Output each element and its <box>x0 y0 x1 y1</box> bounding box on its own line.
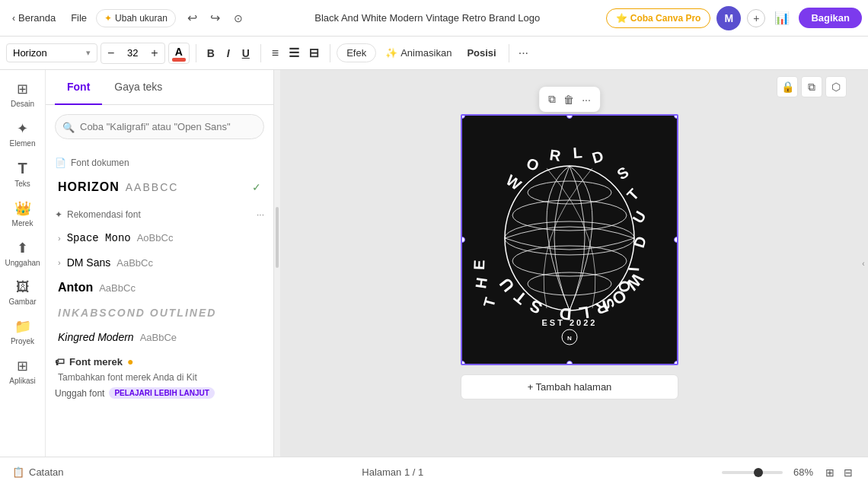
sidebar-item-unggahan[interactable]: ⬆ Unggahan <box>3 235 43 272</box>
more-options-button[interactable]: ··· <box>515 43 531 63</box>
sparkle-icon: ✨ <box>385 47 397 59</box>
font-panel: Font Gaya teks 🔍 📄 Font dokumen HORIZON … <box>46 70 274 457</box>
handle-middle-left[interactable] <box>461 237 465 243</box>
sync-button[interactable]: ⊙ <box>228 8 249 29</box>
file-button[interactable]: File <box>65 9 93 27</box>
svg-text:N: N <box>567 335 572 342</box>
scrollbar-thumb <box>276 207 279 268</box>
handle-bottom-middle[interactable] <box>566 361 573 365</box>
font-panel-scrollbar[interactable] <box>274 70 280 457</box>
svg-point-1 <box>528 181 611 204</box>
font-search-input[interactable] <box>55 114 264 139</box>
desain-label: Desain <box>11 100 34 108</box>
font-list-scroll: 📄 Font dokumen HORIZON AABBCC ✓ ✦ Rekome… <box>46 148 273 457</box>
sidebar-item-teks[interactable]: T Teks <box>3 155 43 193</box>
expand-icon[interactable]: ⬡ <box>825 76 847 97</box>
redo-button[interactable]: ↪ <box>205 8 226 29</box>
underline-button[interactable]: U <box>238 44 254 62</box>
font-item-horizon[interactable]: HORIZON AABBCC ✓ <box>55 174 264 200</box>
sidebar-item-elemen[interactable]: ✦ Elemen <box>3 116 43 152</box>
efek-button[interactable]: Efek <box>337 43 376 62</box>
notes-button[interactable]: 📋 Catatan <box>12 466 64 478</box>
text-color-button[interactable]: A <box>168 43 190 64</box>
efek-label: Efek <box>346 47 366 59</box>
list-view-button[interactable]: ⊟ <box>841 463 856 482</box>
user-avatar[interactable]: M <box>716 6 741 30</box>
lock-icon[interactable]: 🔒 <box>777 76 798 97</box>
posisi-button[interactable]: Posisi <box>461 44 502 62</box>
unggah-font-label[interactable]: Unggah font <box>55 388 104 399</box>
space-mono-sample: AoBbCc <box>137 232 174 244</box>
add-page-label: + Tambah halaman <box>528 381 612 393</box>
brand-font-section: 🏷 Font merek ● Tambahkan font merek Anda… <box>55 355 264 399</box>
topbar: ‹ Beranda File ✦ Ubah ukuran ↩ ↪ ⊙ Black… <box>0 0 868 37</box>
undo-button[interactable]: ↩ <box>182 8 203 29</box>
sidebar-item-desain[interactable]: ⊞ Desain <box>3 76 43 113</box>
canvas-design[interactable]: ↻ <box>461 114 678 365</box>
italic-button[interactable]: I <box>222 44 235 62</box>
animasikan-button[interactable]: ✨ Animasikan <box>379 44 458 62</box>
brand-fonts-label: Font merek <box>69 356 123 368</box>
right-panel-toggle[interactable]: ‹ <box>859 70 868 457</box>
floating-toolbar: ⧉ 🗑 ··· <box>539 87 600 112</box>
font-size-value: 32 <box>122 44 143 62</box>
font-item-dm-sans[interactable]: › DM Sans AaBbCc <box>55 250 264 275</box>
align-group: ≡ ☰ ⊟ <box>267 43 324 63</box>
canvas-wrapper: ⧉ 🗑 ··· ↻ <box>461 114 678 365</box>
zoom-slider[interactable] <box>722 471 783 474</box>
more-element-button[interactable]: ··· <box>579 91 594 109</box>
add-page-button[interactable]: + Tambah halaman <box>461 374 678 399</box>
anton-preview: Anton AaBbCc <box>58 281 261 294</box>
handle-top-middle[interactable] <box>566 114 573 119</box>
sidebar-item-proyek[interactable]: 📁 Proyek <box>3 314 43 350</box>
decrease-size-button[interactable]: − <box>101 43 120 63</box>
unggahan-icon: ⬆ <box>17 240 28 256</box>
handle-top-right[interactable] <box>674 114 678 119</box>
increase-size-button[interactable]: + <box>145 43 164 63</box>
handle-bottom-right[interactable] <box>674 361 678 365</box>
handle-middle-right[interactable] <box>674 237 678 243</box>
view-buttons: ⊞ ⊟ <box>822 463 856 482</box>
copy-element-button[interactable]: ⧉ <box>545 90 559 109</box>
history-buttons: ↩ ↪ ⊙ <box>182 8 249 29</box>
divider-2 <box>260 44 261 62</box>
font-selector[interactable]: Horizon ▾ <box>6 43 97 62</box>
font-item-space-mono[interactable]: › Space Mono AoBbCc <box>55 226 264 250</box>
bold-button[interactable]: B <box>203 44 219 62</box>
tab-font[interactable]: Font <box>55 70 102 105</box>
sidebar-item-merek[interactable]: 👑 Merek <box>3 196 43 232</box>
sidebar-item-gambar[interactable]: 🖼 Gambar <box>3 275 43 310</box>
brand-fonts-header: 🏷 Font merek ● <box>55 355 264 368</box>
svg-text:R: R <box>548 146 562 164</box>
rekomendasi-more-button[interactable]: ··· <box>257 209 264 220</box>
tab-gaya-teks[interactable]: Gaya teks <box>102 70 174 105</box>
unggahan-label: Unggahan <box>5 259 40 267</box>
align-right-button[interactable]: ⊟ <box>305 43 324 63</box>
inkabscond-name: INKABSCOND OUTLINED <box>58 307 216 319</box>
beranda-button[interactable]: ‹ Beranda <box>6 9 62 27</box>
copy-icon[interactable]: ⧉ <box>801 76 822 97</box>
delete-element-button[interactable]: 🗑 <box>560 91 577 109</box>
rekomendasi-header: ✦ Rekomendasi font ··· <box>55 209 264 220</box>
beranda-label: Beranda <box>18 12 56 24</box>
handle-top-left[interactable] <box>461 114 465 119</box>
analytics-button[interactable]: 📊 <box>771 8 793 29</box>
handle-bottom-left[interactable] <box>461 361 465 365</box>
ubah-ukuran-button[interactable]: ✦ Ubah ukuran <box>96 9 176 27</box>
font-item-kingred[interactable]: Kingred Modern AaBbCe <box>55 325 264 349</box>
align-center-button[interactable]: ☰ <box>284 43 304 63</box>
align-left-button[interactable]: ≡ <box>267 43 283 63</box>
font-item-anton[interactable]: Anton AaBbCc <box>55 275 264 301</box>
svg-point-4 <box>512 246 627 276</box>
add-account-button[interactable]: + <box>747 9 765 27</box>
animasikan-label: Animasikan <box>400 47 452 59</box>
pelajari-badge[interactable]: PELAJARI LEBIH LANJUT <box>109 387 214 399</box>
font-item-inkabscond[interactable]: INKABSCOND OUTLINED <box>55 301 264 325</box>
anton-name: Anton <box>58 281 93 294</box>
coba-canva-button[interactable]: ⭐ Coba Canva Pro <box>606 8 711 28</box>
sidebar-item-aplikasi[interactable]: ⊞ Aplikasi <box>3 353 43 390</box>
svg-point-5 <box>528 272 611 295</box>
avatar-initial: M <box>725 12 734 24</box>
grid-view-button[interactable]: ⊞ <box>822 463 838 482</box>
share-button[interactable]: Bagikan <box>799 8 862 28</box>
